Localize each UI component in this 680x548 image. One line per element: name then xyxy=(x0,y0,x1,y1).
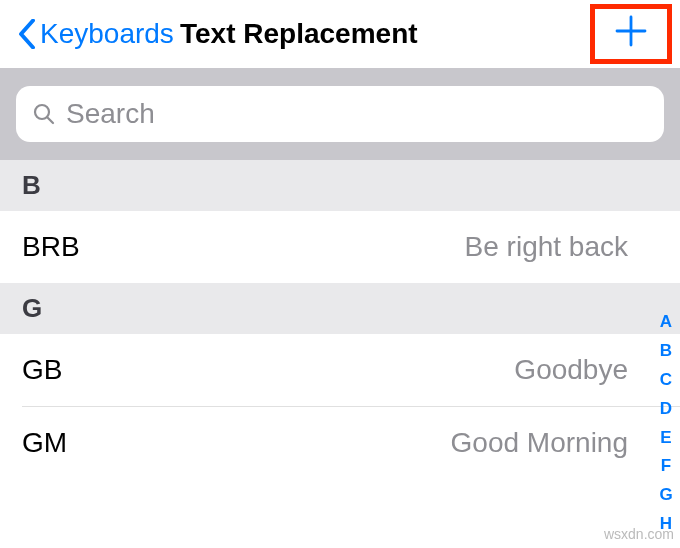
add-button[interactable] xyxy=(614,13,648,55)
back-label: Keyboards xyxy=(40,18,174,50)
index-letter[interactable]: F xyxy=(656,452,676,481)
page-title: Text Replacement xyxy=(180,18,418,50)
phrase-text: Be right back xyxy=(465,231,658,263)
phrase-text: Good Morning xyxy=(451,427,658,459)
shortcut-text: GM xyxy=(22,427,67,459)
svg-line-1 xyxy=(47,117,53,123)
replacement-row[interactable]: BRB Be right back xyxy=(0,211,680,283)
section-header: B xyxy=(0,160,680,211)
index-letter[interactable]: B xyxy=(656,337,676,366)
section-header: G xyxy=(0,283,680,334)
phrase-text: Goodbye xyxy=(514,354,658,386)
search-input[interactable]: Search xyxy=(16,86,664,142)
index-letter[interactable]: G xyxy=(656,481,676,510)
replacement-row[interactable]: GM Good Morning xyxy=(0,407,680,479)
alpha-index[interactable]: A B C D E F G H xyxy=(656,308,676,539)
nav-bar: Keyboards Text Replacement xyxy=(0,0,680,68)
index-letter[interactable]: A xyxy=(656,308,676,337)
add-highlight xyxy=(590,4,672,64)
search-area: Search xyxy=(0,68,680,160)
shortcut-text: GB xyxy=(22,354,62,386)
back-button[interactable]: Keyboards xyxy=(18,18,174,50)
shortcut-text: BRB xyxy=(22,231,80,263)
watermark: wsxdn.com xyxy=(604,526,674,542)
index-letter[interactable]: E xyxy=(656,424,676,453)
plus-icon xyxy=(614,14,648,48)
replacement-row[interactable]: GB Goodbye xyxy=(0,334,680,406)
chevron-left-icon xyxy=(18,19,36,49)
search-icon xyxy=(32,102,56,126)
list: B BRB Be right back G GB Goodbye GM Good… xyxy=(0,160,680,479)
search-placeholder: Search xyxy=(66,98,155,130)
index-letter[interactable]: D xyxy=(656,395,676,424)
index-letter[interactable]: C xyxy=(656,366,676,395)
